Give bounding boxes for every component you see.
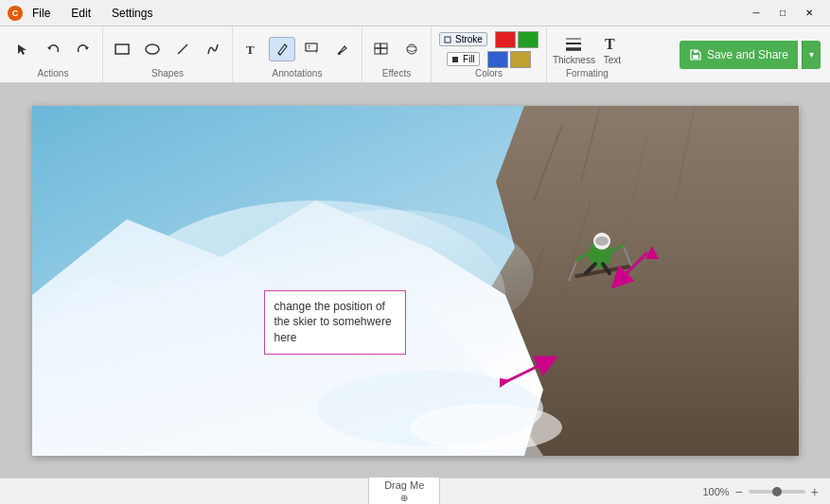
svg-point-16 — [407, 44, 416, 54]
colors-group: Stroke Fill Colors — [432, 26, 547, 82]
stroke-toggle[interactable]: Stroke — [439, 32, 487, 46]
svg-text:T: T — [308, 44, 311, 50]
fill-color-yellow[interactable] — [510, 51, 531, 68]
svg-text:↑: ↑ — [314, 47, 318, 56]
svg-point-39 — [411, 404, 562, 451]
thickness-label: Thickness — [553, 55, 595, 65]
shapes-group: Shapes — [103, 26, 233, 82]
canvas[interactable]: change the position of the skier to some… — [32, 106, 799, 456]
svg-point-4 — [146, 44, 159, 54]
svg-rect-18 — [452, 57, 458, 62]
formatting-label: Formating — [566, 68, 609, 80]
annotations-group: T T↑ Annotations — [233, 26, 362, 82]
save-share-label: Save and Share — [707, 48, 788, 61]
svg-rect-17 — [445, 37, 450, 43]
blur-button[interactable] — [398, 37, 425, 61]
zoom-level: 100% — [702, 486, 729, 497]
scene-background — [32, 106, 799, 456]
svg-line-49 — [624, 247, 631, 266]
effects-group: Effects — [362, 26, 432, 82]
svg-point-47 — [595, 236, 609, 246]
save-share-dropdown-button[interactable]: ▾ — [802, 41, 821, 69]
svg-line-5 — [178, 44, 187, 54]
svg-line-44 — [576, 252, 591, 260]
text-format-button[interactable]: T Text — [603, 34, 622, 65]
text-button[interactable]: T — [238, 37, 265, 61]
effects-label: Effects — [382, 68, 411, 80]
svg-rect-12 — [375, 43, 380, 48]
svg-rect-13 — [380, 43, 387, 48]
svg-text:T: T — [246, 43, 255, 57]
zoom-controls: 100% − + — [702, 484, 819, 499]
shapes-label: Shapes — [151, 68, 184, 80]
fill-toggle[interactable]: Fill — [447, 52, 480, 66]
rectangle-button[interactable] — [109, 37, 135, 61]
select-tool-button[interactable] — [9, 37, 36, 61]
pen-button[interactable] — [269, 37, 295, 61]
svg-line-45 — [609, 245, 624, 252]
drag-me-label: Drag Me — [384, 478, 424, 492]
drag-me-icon: ⊕ — [400, 492, 408, 504]
text-label: Text — [604, 55, 621, 65]
status-bar: Drag Me ⊕ 100% − + — [0, 478, 830, 504]
pixelate-button[interactable] — [368, 37, 395, 61]
callout-button[interactable]: T↑ — [299, 37, 326, 61]
minimize-button[interactable]: ─ — [743, 3, 769, 24]
svg-rect-3 — [115, 44, 129, 54]
annotations-label: Annotations — [273, 68, 323, 80]
svg-marker-0 — [18, 44, 26, 55]
curve-button[interactable] — [200, 37, 226, 61]
window-controls: ─ □ ✕ — [743, 3, 822, 24]
svg-rect-14 — [375, 48, 380, 54]
formatting-group: Thickness T Text Formating — [547, 26, 627, 82]
zoom-slider[interactable] — [749, 490, 805, 494]
colors-label: Colors — [475, 68, 503, 80]
main-area: change the position of the skier to some… — [0, 83, 830, 478]
svg-rect-23 — [693, 55, 698, 59]
stroke-color-green[interactable] — [518, 31, 539, 48]
zoom-in-button[interactable]: + — [811, 484, 819, 499]
fill-color-blue[interactable] — [487, 51, 508, 68]
drag-me-button[interactable]: Drag Me ⊕ — [368, 476, 440, 504]
title-bar: C File Edit Settings ─ □ ✕ — [0, 0, 830, 26]
zoom-out-button[interactable]: − — [735, 484, 743, 499]
svg-marker-1 — [47, 46, 51, 50]
menu-edit[interactable]: Edit — [67, 5, 95, 22]
menu-settings[interactable]: Settings — [108, 5, 156, 22]
svg-rect-24 — [694, 50, 698, 53]
redo-button[interactable] — [70, 37, 97, 61]
app-icon: C — [8, 6, 23, 21]
actions-group: Actions — [4, 26, 103, 82]
svg-text:T: T — [605, 36, 615, 52]
skier-figure — [548, 205, 643, 290]
menu-bar: File Edit Settings — [28, 5, 156, 22]
annotation-text: change the position of the skier to some… — [274, 300, 392, 345]
undo-button[interactable] — [40, 37, 66, 61]
menu-file[interactable]: File — [28, 5, 54, 22]
actions-label: Actions — [38, 68, 69, 80]
stroke-color-red[interactable] — [495, 31, 516, 48]
annotation-box[interactable]: change the position of the skier to some… — [264, 290, 406, 355]
thickness-button[interactable]: Thickness — [553, 34, 595, 65]
maximize-button[interactable]: □ — [769, 3, 796, 24]
toolbar: Actions Shapes T — [0, 26, 830, 83]
svg-rect-15 — [380, 48, 387, 54]
highlighter-button[interactable] — [329, 37, 356, 61]
save-icon — [689, 48, 702, 61]
save-share-button[interactable]: Save and Share — [680, 41, 798, 69]
svg-line-48 — [569, 262, 576, 281]
close-button[interactable]: ✕ — [796, 3, 822, 24]
line-button[interactable] — [169, 37, 196, 61]
svg-line-7 — [278, 53, 280, 55]
svg-marker-2 — [85, 46, 89, 50]
ellipse-button[interactable] — [139, 37, 166, 61]
